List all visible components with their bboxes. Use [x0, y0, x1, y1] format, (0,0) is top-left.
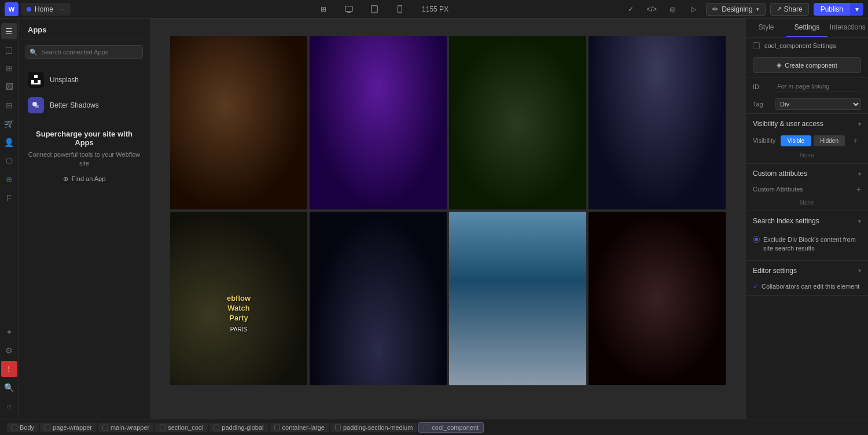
- svg-point-5: [400, 11, 400, 12]
- svg-rect-0: [345, 6, 352, 11]
- designing-button[interactable]: ✏ Designing ▾: [706, 3, 765, 16]
- breadcrumb-bar: Body page-wrapper main-wrapper section_c…: [0, 419, 868, 435]
- breadcrumb-main-wrapper[interactable]: main-wrapper: [98, 423, 154, 432]
- tab-style[interactable]: Style: [746, 19, 786, 37]
- visibility-collapse-icon[interactable]: ▾: [858, 121, 861, 127]
- editor-text: Collaborators can edit this element: [762, 283, 859, 290]
- search-index-header: Search index settings ▾: [746, 211, 868, 228]
- photo-cell-6: [310, 212, 447, 385]
- breadcrumb-body[interactable]: Body: [7, 423, 39, 432]
- expand-icon[interactable]: ⊞: [315, 1, 332, 17]
- assets-icon[interactable]: 🖼: [1, 79, 17, 95]
- error-icon[interactable]: !: [1, 361, 17, 377]
- photo-cell-3: [449, 36, 586, 209]
- search-index-content: Exclude Div Block's content from site se…: [746, 228, 868, 260]
- logic-icon[interactable]: ⬡: [1, 153, 17, 169]
- search-index-radio[interactable]: [753, 236, 760, 243]
- desktop-icon[interactable]: [341, 1, 357, 17]
- breadcrumb-checkbox: [12, 425, 17, 430]
- apps-icon[interactable]: ⊕: [1, 171, 17, 187]
- plugins-icon[interactable]: F: [1, 190, 17, 206]
- component-checkbox[interactable]: [753, 42, 760, 49]
- topbar: W Home ··· ⊞ 1155 PX ✓ </> ◎ ▷ ✏ Designi…: [0, 0, 868, 19]
- apps-panel-title: Apps: [19, 19, 150, 39]
- apps-panel: Apps 🔍 Unsplash Better Shadows Superchar…: [19, 19, 150, 419]
- breadcrumb-checkbox: [424, 425, 429, 430]
- app-item-better-shadows[interactable]: Better Shadows: [19, 93, 150, 118]
- id-input[interactable]: [775, 82, 861, 91]
- breadcrumb-checkbox: [274, 425, 280, 430]
- svg-point-3: [374, 11, 374, 12]
- create-component-button[interactable]: ◈ Create component: [753, 57, 861, 73]
- visibility-add-icon[interactable]: +: [849, 135, 861, 146]
- app-item-unsplash[interactable]: Unsplash: [19, 67, 150, 93]
- breadcrumb-section-cool[interactable]: section_cool: [155, 423, 208, 432]
- custom-attributes-add-icon[interactable]: +: [856, 185, 861, 194]
- visibility-visible-btn[interactable]: Visible: [781, 135, 812, 146]
- components-icon[interactable]: ⊞: [1, 60, 17, 76]
- breadcrumb-label: main-wrapper: [111, 424, 149, 431]
- custom-attributes-none: None: [746, 197, 868, 211]
- custom-attributes-row: Custom Attributes +: [746, 181, 868, 197]
- custom-attributes-section: Custom attributes ▾ Custom Attributes + …: [746, 164, 868, 211]
- breadcrumb-checkbox: [102, 425, 108, 430]
- photo-cell-8: [589, 212, 726, 385]
- custom-attributes-label: Custom Attributes: [753, 186, 803, 193]
- mobile-icon[interactable]: [392, 1, 408, 17]
- ecommerce-icon[interactable]: 🛒: [1, 116, 17, 132]
- editor-settings-collapse-icon[interactable]: ▾: [858, 267, 861, 274]
- publish-button[interactable]: Publish ▾: [814, 3, 863, 16]
- cms-icon[interactable]: ⊟: [1, 97, 17, 113]
- breadcrumb-label: padding-global: [222, 424, 263, 431]
- publish-arrow-icon[interactable]: ▾: [850, 3, 863, 16]
- visibility-section: Visibility & user access ▾ Visibility Vi…: [746, 114, 868, 164]
- code-icon[interactable]: </>: [643, 1, 660, 17]
- editor-checkmark-icon: ✓: [753, 283, 758, 290]
- photo-cell-2: [310, 36, 447, 209]
- members-icon[interactable]: 👤: [1, 134, 17, 150]
- breadcrumb-cool-component[interactable]: cool_component: [418, 422, 484, 433]
- layers-icon[interactable]: ◫: [1, 42, 17, 58]
- radio-inner: [755, 238, 758, 241]
- search-icon: 🔍: [30, 49, 38, 56]
- custom-attributes-collapse-icon[interactable]: ▾: [858, 171, 861, 177]
- apps-list: Unsplash Better Shadows: [19, 65, 150, 120]
- visibility-button-group: Visible Hidden: [781, 135, 845, 146]
- home-tab[interactable]: Home ···: [21, 3, 71, 16]
- check-icon[interactable]: ✓: [623, 1, 639, 17]
- photo-cell-7: [449, 212, 586, 385]
- search-index-collapse-icon[interactable]: ▾: [858, 218, 861, 224]
- find-app-button[interactable]: ⊕ Find an App: [28, 175, 141, 183]
- breadcrumb-label: cool_component: [432, 424, 479, 431]
- share-button[interactable]: ↗ Share: [770, 3, 809, 16]
- visibility-hidden-btn[interactable]: Hidden: [814, 135, 845, 146]
- promo-body: Connect powerful tools to your Webflow s…: [28, 150, 141, 168]
- create-component-label: Create component: [785, 62, 837, 69]
- search-input[interactable]: [25, 45, 143, 59]
- breadcrumb-page-wrapper[interactable]: page-wrapper: [40, 423, 97, 432]
- comment-icon[interactable]: ◎: [664, 1, 681, 17]
- viewport-size: 1155 PX: [417, 5, 453, 13]
- topbar-center: ⊞ 1155 PX: [150, 1, 618, 17]
- editor-settings-content: ✓ Collaborators can edit this element: [746, 278, 868, 295]
- id-tag-section: ID Tag Div: [746, 78, 868, 114]
- tag-select[interactable]: Div: [775, 98, 861, 110]
- breadcrumb-padding-global[interactable]: padding-global: [209, 423, 268, 432]
- search-icon[interactable]: 🔍: [1, 379, 17, 396]
- chevron-down-icon: ▾: [756, 6, 759, 12]
- unsplash-label: Unsplash: [50, 76, 79, 84]
- breadcrumb-label: Body: [20, 424, 34, 431]
- integrations-icon[interactable]: ✦: [1, 324, 17, 340]
- canvas[interactable]: ebflowWatchParty PARIS: [150, 19, 745, 419]
- breadcrumb-container-large[interactable]: container-large: [270, 423, 329, 432]
- tab-settings[interactable]: Settings: [786, 19, 827, 37]
- user-icon[interactable]: ○: [1, 398, 17, 414]
- play-icon[interactable]: ▷: [685, 1, 701, 17]
- tab-interactions[interactable]: Interactions: [827, 19, 868, 37]
- svg-point-7: [35, 105, 39, 108]
- tablet-icon[interactable]: [366, 1, 382, 17]
- settings-icon[interactable]: ⚙: [1, 342, 17, 359]
- breadcrumb-padding-section-medium[interactable]: padding-section-medium: [330, 423, 417, 432]
- share-label: Share: [784, 5, 803, 13]
- navigator-icon[interactable]: ☰: [1, 23, 17, 39]
